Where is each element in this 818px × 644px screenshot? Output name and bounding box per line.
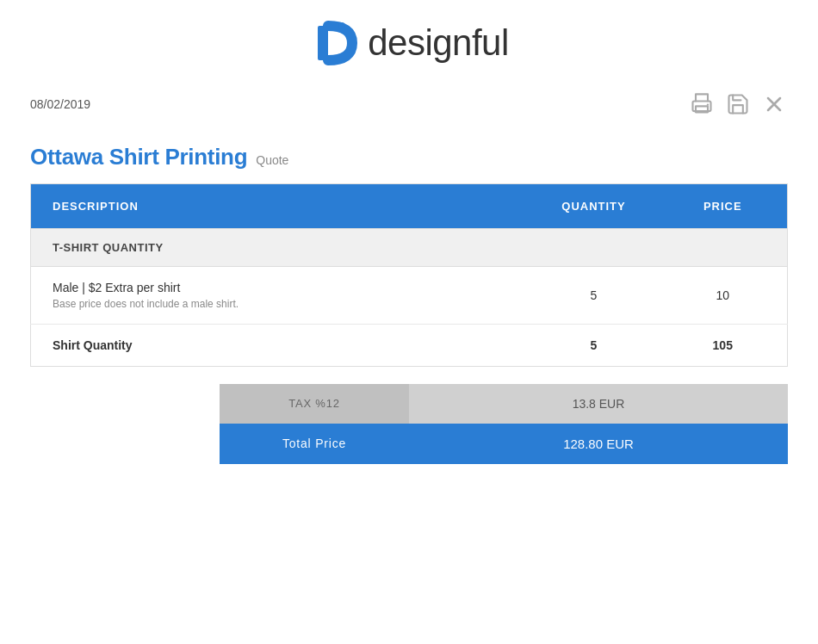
page-container: designful 08/02/2019 (0, 0, 818, 644)
section-row: T-SHIRT QUANTITY (31, 229, 788, 267)
col-description-header: DESCRIPTION (31, 184, 530, 229)
quote-table: DESCRIPTION QUANTITY PRICE T-SHIRT QUANT… (30, 183, 788, 367)
item-quantity: 5 (530, 267, 659, 325)
item-description: Male | $2 Extra per shirt Base price doe… (31, 267, 530, 325)
quote-title-main: Ottawa Shirt Printing (30, 144, 247, 170)
table-row: Male | $2 Extra per shirt Base price doe… (31, 267, 788, 325)
top-bar: 08/02/2019 (0, 82, 818, 127)
quote-title: Ottawa Shirt Printing Quote (30, 144, 788, 170)
summary-table: TAX %12 13.8 EUR Total Price 128.80 EUR (220, 384, 788, 464)
subtotal-quantity: 5 (530, 325, 659, 367)
close-button[interactable] (760, 90, 788, 118)
action-icons (688, 90, 788, 118)
print-button[interactable] (688, 90, 716, 118)
svg-point-3 (707, 103, 709, 105)
item-name: Male | $2 Extra per shirt (53, 281, 508, 294)
tax-value: 13.8 EUR (409, 384, 788, 424)
item-price: 10 (659, 267, 788, 325)
subtotal-price: 105 (659, 325, 788, 367)
logo-wrapper: designful (309, 17, 509, 69)
quote-badge: Quote (256, 153, 288, 167)
save-button[interactable] (724, 90, 752, 118)
logo-section: designful (0, 0, 818, 82)
logo-text: designful (368, 22, 509, 64)
tax-row: TAX %12 13.8 EUR (220, 384, 788, 424)
subtotal-row: Shirt Quantity 5 105 (31, 325, 788, 367)
total-row: Total Price 128.80 EUR (220, 424, 788, 464)
svg-rect-0 (318, 26, 328, 60)
svg-point-1 (338, 22, 345, 29)
summary-wrapper: TAX %12 13.8 EUR Total Price 128.80 EUR (0, 384, 818, 464)
subtotal-label: Shirt Quantity (31, 325, 530, 367)
total-value: 128.80 EUR (409, 424, 788, 464)
section-label: T-SHIRT QUANTITY (31, 229, 788, 267)
col-price-header: PRICE (659, 184, 788, 229)
item-subtext: Base price does not include a male shirt… (53, 298, 508, 310)
col-quantity-header: QUANTITY (530, 184, 659, 229)
tax-label: TAX %12 (220, 384, 409, 424)
quote-title-section: Ottawa Shirt Printing Quote (0, 127, 818, 183)
date-text: 08/02/2019 (30, 97, 90, 111)
logo-icon (309, 17, 361, 69)
table-header-row: DESCRIPTION QUANTITY PRICE (31, 184, 788, 229)
total-label: Total Price (220, 424, 409, 464)
